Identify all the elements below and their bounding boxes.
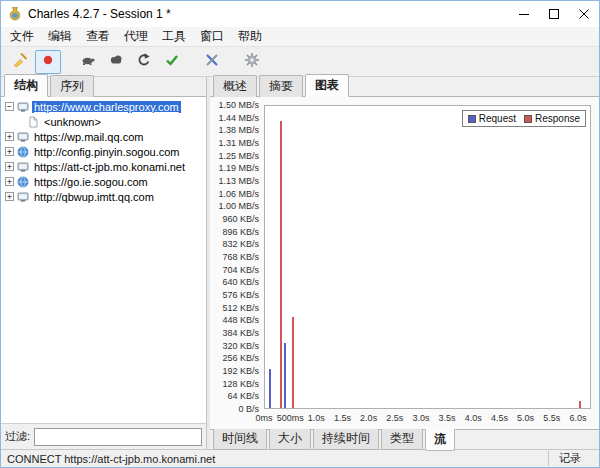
expand-toggle[interactable]	[5, 132, 14, 141]
chart-y-axis: 1.50 MB/s1.44 MB/s1.38 MB/s1.31 MB/s1.25…	[210, 105, 262, 409]
monitor-icon	[17, 161, 29, 173]
record-button[interactable]	[35, 50, 61, 74]
tools-button[interactable]	[199, 50, 225, 74]
turtle-icon	[80, 52, 96, 71]
menu-window[interactable]: 窗口	[193, 26, 231, 47]
record-icon	[40, 52, 56, 71]
tree-row[interactable]: <unknown>	[1, 114, 206, 129]
menu-view[interactable]: 查看	[79, 26, 117, 47]
expand-toggle[interactable]	[5, 177, 14, 186]
tab-summary[interactable]: 摘要	[259, 75, 303, 97]
chart-bar-request	[269, 369, 271, 408]
tree-item-label: http://config.pinyin.sogou.com	[32, 146, 182, 158]
tab-chart[interactable]: 图表	[305, 74, 349, 97]
y-tick-label: 1.50 MB/s	[218, 100, 259, 110]
menu-tools[interactable]: 工具	[155, 26, 193, 47]
throughput-chart: 1.50 MB/s1.44 MB/s1.38 MB/s1.31 MB/s1.25…	[210, 97, 599, 429]
tree-item-label: https://att-ct-jpb.mo.konami.net	[32, 161, 187, 173]
check-icon	[164, 52, 180, 71]
left-tabs: 结构 序列	[1, 77, 206, 97]
toolbar	[1, 47, 599, 77]
y-tick-label: 64 KB/s	[227, 391, 259, 401]
x-tick-label: 6.0s	[569, 413, 586, 423]
tree-row[interactable]: https://go.ie.sogou.com	[1, 174, 206, 189]
y-tick-label: 448 KB/s	[222, 315, 259, 325]
tree-item-label: https://wp.mail.qq.com	[32, 131, 145, 143]
subtab-sizes[interactable]: 大小	[269, 429, 311, 450]
tab-sequence[interactable]: 序列	[50, 75, 94, 97]
y-tick-label: 640 KB/s	[222, 277, 259, 287]
tree-item-label: https://go.ie.sogou.com	[32, 176, 150, 188]
subtab-durations[interactable]: 持续时间	[313, 429, 379, 450]
legend-label: Request	[479, 113, 516, 124]
menu-file[interactable]: 文件	[3, 26, 41, 47]
x-tick-label: 2.5s	[386, 413, 403, 423]
window-title: Charles 4.2.7 - Session 1 *	[28, 7, 171, 21]
collapse-toggle[interactable]	[5, 102, 14, 111]
monitor-icon	[17, 131, 29, 143]
y-tick-label: 896 KB/s	[222, 227, 259, 237]
gear-icon	[244, 52, 260, 71]
menu-proxy[interactable]: 代理	[117, 26, 155, 47]
tab-structure[interactable]: 结构	[4, 74, 48, 97]
repeat-button[interactable]	[131, 50, 157, 74]
chart-bar-response	[280, 121, 282, 408]
repeat-icon	[136, 52, 152, 71]
window-controls	[509, 1, 599, 27]
close-button[interactable]	[569, 1, 599, 27]
legend-entry-request: Request	[468, 113, 516, 124]
y-tick-label: 704 KB/s	[222, 265, 259, 275]
subtab-timeline[interactable]: 时间线	[213, 429, 267, 450]
y-tick-label: 960 KB/s	[222, 214, 259, 224]
y-tick-label: 192 KB/s	[222, 366, 259, 376]
legend-swatch	[524, 115, 532, 123]
x-tick-label: 500ms	[277, 413, 304, 423]
subtab-types[interactable]: 类型	[381, 429, 423, 450]
tree-row[interactable]: https://www.charlesproxy.com	[1, 99, 206, 114]
y-tick-label: 576 KB/s	[222, 290, 259, 300]
menu-help[interactable]: 帮助	[231, 26, 269, 47]
x-tick-label: 1.0s	[308, 413, 325, 423]
status-message: CONNECT https://att-ct-jpb.mo.konami.net	[7, 453, 215, 465]
settings-button[interactable]	[239, 50, 265, 74]
x-tick-label: 5.5s	[543, 413, 560, 423]
clear-session-button[interactable]	[7, 50, 33, 74]
content-tabs: 概述 摘要 图表	[210, 77, 599, 97]
subtab-throughput[interactable]: 流	[425, 429, 455, 451]
filter-label: 过滤:	[5, 429, 30, 444]
tree-row[interactable]: https://wp.mail.qq.com	[1, 129, 206, 144]
y-tick-label: 768 KB/s	[222, 252, 259, 262]
y-tick-label: 128 KB/s	[222, 379, 259, 389]
tree-row[interactable]: http://qbwup.imtt.qq.com	[1, 189, 206, 204]
maximize-button[interactable]	[539, 1, 569, 27]
tree-item-label: http://qbwup.imtt.qq.com	[32, 191, 156, 203]
chart-subtabs: 时间线 大小 持续时间 类型 流	[210, 429, 599, 449]
menu-edit[interactable]: 编辑	[41, 26, 79, 47]
x-tick-label: 0ms	[255, 413, 272, 423]
validate-button[interactable]	[159, 50, 185, 74]
monitor-icon	[17, 101, 29, 113]
tree-row[interactable]: https://att-ct-jpb.mo.konami.net	[1, 159, 206, 174]
y-tick-label: 1.44 MB/s	[218, 113, 259, 123]
charles-window: Charles 4.2.7 - Session 1 * 文件 编辑 查看 代理 …	[0, 0, 600, 468]
filter-input[interactable]	[34, 428, 202, 446]
tree-item-label: https://www.charlesproxy.com	[32, 101, 181, 113]
monitor-icon	[17, 191, 29, 203]
expand-toggle[interactable]	[5, 162, 14, 171]
y-tick-label: 1.19 MB/s	[218, 163, 259, 173]
throttle-button[interactable]	[75, 50, 101, 74]
x-tick-label: 4.0s	[465, 413, 482, 423]
tree-row[interactable]: http://config.pinyin.sogou.com	[1, 144, 206, 159]
chart-legend: Request Response	[462, 110, 586, 127]
expand-toggle[interactable]	[5, 147, 14, 156]
expand-toggle[interactable]	[5, 192, 14, 201]
minimize-button[interactable]	[509, 1, 539, 27]
y-tick-label: 384 KB/s	[222, 328, 259, 338]
main-area: 结构 序列 https://www.charlesproxy.com <unkn…	[1, 77, 599, 449]
breakpoints-button[interactable]	[103, 50, 129, 74]
x-tick-label: 2.0s	[360, 413, 377, 423]
x-tick-label: 4.5s	[491, 413, 508, 423]
tab-overview[interactable]: 概述	[213, 75, 257, 97]
left-panel: 结构 序列 https://www.charlesproxy.com <unkn…	[1, 77, 207, 449]
app-icon	[7, 6, 23, 22]
